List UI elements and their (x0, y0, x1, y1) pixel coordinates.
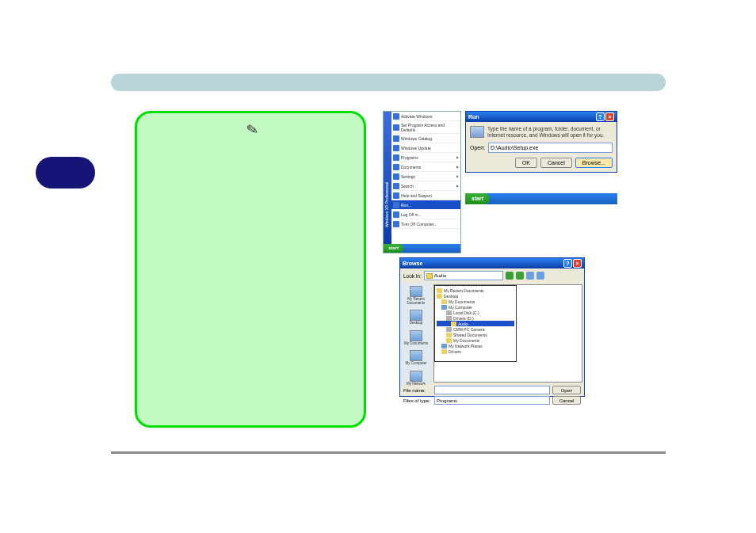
tree-item[interactable]: Local Disk (C:) (437, 310, 514, 315)
filename-label: File name: (403, 388, 432, 393)
folder-icon (446, 333, 452, 337)
menu-item-label: Help and Support (401, 193, 432, 198)
tree-item[interactable]: Drivers (437, 348, 514, 354)
tree-item[interactable]: My Network Places (437, 343, 514, 348)
lookin-dropdown[interactable]: Audio (424, 271, 503, 280)
tree-item-label: My Network Places (449, 344, 483, 348)
start-button[interactable]: start (465, 193, 490, 204)
menu-item-label: Set Program Access and Defaults (401, 123, 459, 132)
menu-item-label: Turn Off Computer... (401, 222, 437, 227)
place-label: My Computer (405, 362, 426, 366)
folder-icon (437, 294, 442, 299)
tree-item-label: My Documents (449, 299, 475, 304)
drive-icon (446, 327, 452, 332)
menu-item-label: Programs (401, 155, 418, 160)
menu-item-label: Run... (401, 203, 411, 207)
side-pill (36, 157, 95, 188)
start-menu-item[interactable]: Run... (391, 200, 460, 210)
os-branding-text: Windows XP Professional (384, 219, 389, 227)
tree-item-label: My Computer (449, 305, 472, 310)
close-icon[interactable]: × (605, 112, 614, 121)
lookin-value: Audio (434, 273, 446, 278)
browse-button[interactable]: Browse... (575, 158, 613, 168)
up-icon[interactable] (516, 272, 524, 280)
view-menu-icon[interactable] (536, 272, 544, 280)
menu-item-label: Activate Windows (401, 114, 432, 119)
places-item[interactable]: Desktop (402, 308, 430, 327)
place-label: Desktop (410, 322, 423, 326)
note-box: ✎ (135, 111, 366, 428)
new-folder-icon[interactable] (526, 272, 534, 280)
file-list-area[interactable]: My Recent DocumentsDesktopMy DocumentsMy… (433, 284, 582, 383)
folder-icon (426, 273, 433, 279)
places-item[interactable]: My Network (402, 369, 430, 388)
open-button[interactable]: Open (552, 386, 581, 394)
close-icon[interactable]: × (573, 259, 582, 268)
cancel-button[interactable]: Cancel (540, 158, 572, 168)
tree-item-label: Shared Documents (453, 333, 487, 337)
menu-item-icon (393, 135, 399, 142)
places-item[interactable]: My Computer (402, 348, 430, 367)
start-menu-item[interactable]: Set Program Access and Defaults (391, 121, 460, 134)
menu-item-label: Settings (401, 174, 415, 179)
start-menu-item[interactable]: Windows Update (391, 143, 460, 153)
start-menu-item[interactable]: Help and Support (391, 191, 460, 200)
cancel-button[interactable]: Cancel (552, 396, 581, 405)
start-menu-item[interactable]: Activate Windows (391, 112, 460, 121)
start-menu-item[interactable]: Programs▶ (391, 153, 460, 162)
folder-tree-dropdown[interactable]: My Recent DocumentsDesktopMy DocumentsMy… (434, 285, 517, 362)
place-label: My Recent Documents (403, 298, 429, 305)
tree-item-label: Drivers (449, 349, 461, 354)
menu-item-icon (393, 113, 399, 120)
tree-item[interactable]: My Documents (437, 299, 514, 304)
run-description: Type the name of a program, folder, docu… (487, 126, 613, 139)
menu-item-icon (393, 154, 399, 161)
places-bar: My Recent DocumentsDesktopMy DocumentsMy… (400, 283, 432, 384)
run-dialog: Run ? × Type the name of a program, fold… (465, 111, 617, 173)
menu-item-icon (393, 145, 399, 151)
comp-icon (441, 344, 447, 348)
tree-item[interactable]: Drivers (D:) (437, 315, 514, 321)
place-icon (410, 350, 422, 361)
submenu-arrow-icon: ▶ (456, 174, 459, 178)
place-icon (410, 310, 422, 321)
menu-item-label: Windows Update (401, 146, 431, 150)
filename-input[interactable] (434, 386, 550, 394)
tree-item[interactable]: My Recent Documents (437, 287, 514, 293)
back-icon[interactable] (506, 272, 514, 280)
start-menu-item[interactable]: Documents▶ (391, 162, 460, 172)
browse-titlebar[interactable]: Browse ? × (400, 258, 584, 268)
open-input[interactable] (488, 143, 613, 153)
start-menu-item[interactable]: Turn Off Computer... (391, 219, 460, 229)
tree-item-label: My Recent Documents (444, 288, 484, 293)
pen-icon: ✎ (245, 120, 260, 139)
start-menu-item[interactable]: Settings▶ (391, 172, 460, 181)
folder-icon (441, 349, 447, 354)
browse-toolbar: Look in: Audio (400, 268, 584, 283)
places-item[interactable]: My Recent Documents (402, 284, 430, 306)
places-item[interactable]: My Documents (402, 329, 430, 348)
tree-item[interactable]: Shared Documents (437, 332, 514, 337)
start-menu-item[interactable]: Windows Catalog (391, 134, 460, 143)
menu-item-icon (393, 211, 399, 218)
tree-item[interactable]: Desktop (437, 293, 514, 299)
start-button[interactable]: start (384, 244, 403, 253)
menu-item-icon (393, 124, 399, 131)
start-menu-item[interactable]: Search▶ (391, 181, 460, 191)
tree-item[interactable]: CMM PC Camera (437, 326, 514, 332)
menu-item-icon (393, 202, 399, 208)
folder-icon (446, 338, 452, 343)
tree-item[interactable]: My Computer (437, 304, 514, 310)
tree-item[interactable]: Audio (437, 321, 514, 326)
ok-button[interactable]: OK (515, 158, 537, 168)
help-icon[interactable]: ? (563, 259, 572, 268)
start-menu-item[interactable]: Log Off rc... (391, 210, 460, 219)
open-label: Open: (470, 145, 485, 150)
run-titlebar[interactable]: Run ? × (466, 112, 617, 122)
tree-item-label: My Documents (453, 338, 479, 343)
filetype-dropdown[interactable] (434, 396, 550, 405)
tree-item[interactable]: My Documents (437, 337, 514, 343)
filetype-label: Files of type: (403, 398, 432, 403)
taskbar: start (384, 244, 460, 253)
help-icon[interactable]: ? (596, 112, 605, 121)
